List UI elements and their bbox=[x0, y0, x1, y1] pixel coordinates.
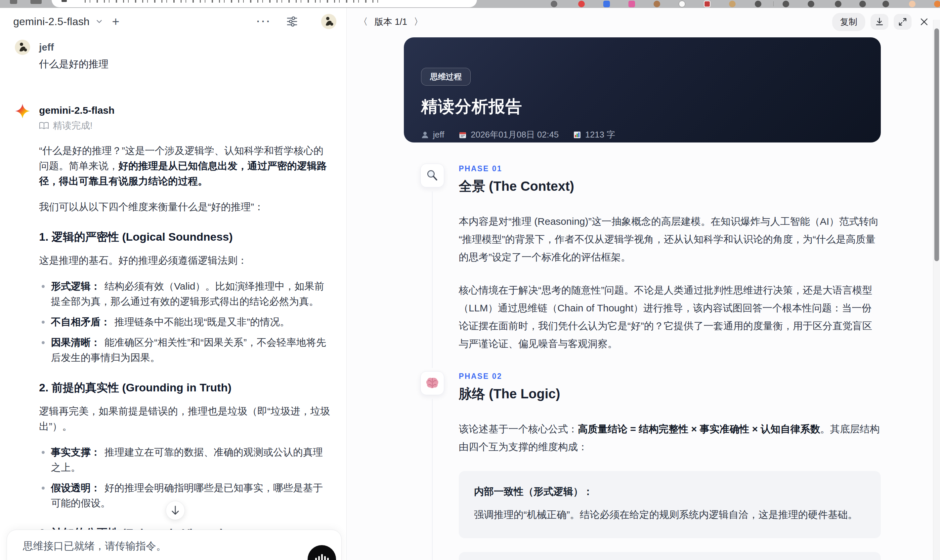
extension-icon[interactable] bbox=[551, 1, 557, 7]
settings-sliders-icon[interactable] bbox=[285, 15, 299, 28]
message-input[interactable]: 思维接口已就绪，请传输指令。 bbox=[23, 539, 327, 553]
magnifier-icon bbox=[421, 164, 444, 188]
url-text-fragment bbox=[85, 0, 382, 3]
text-run: 该论述基于一个核心公式： bbox=[459, 423, 578, 434]
bullet-term: 不自相矛盾： bbox=[51, 316, 111, 327]
list-item: 事实支撑：推理建立在可靠的数据、准确的观测或公认的真理之上。 bbox=[39, 445, 333, 475]
copy-button[interactable]: 复制 bbox=[832, 13, 865, 31]
model-selector[interactable]: gemini-2.5-flash bbox=[13, 15, 89, 28]
artifact-panel: 〈 版本 1/1 〉 复制 bbox=[347, 8, 940, 560]
waveform-icon bbox=[314, 553, 329, 560]
bullet-term: 事实支撑： bbox=[51, 447, 100, 457]
list-item: 不自相矛盾：推理链条中不能出现“既是又非”的情况。 bbox=[39, 314, 333, 329]
expand-icon bbox=[898, 17, 907, 26]
scroll-to-bottom-button[interactable] bbox=[166, 501, 185, 520]
toolbar-separator bbox=[773, 2, 774, 6]
phase-paragraphs: 本内容是对“推理 (Reasoning)”这一抽象概念的高层建模。在知识爆炸与人… bbox=[459, 212, 881, 353]
phase-section-1: PHASE 01 全景 (The Context) 本内容是对“推理 (Reas… bbox=[404, 164, 881, 368]
list-item: 因果清晰：能准确区分“相关性”和“因果关系”，不会轻率地将先后发生的事情归为因果… bbox=[39, 335, 333, 365]
download-icon bbox=[875, 17, 884, 26]
timeline-rail bbox=[421, 371, 444, 560]
artifact-toolbar: 〈 版本 1/1 〉 复制 bbox=[359, 12, 931, 31]
extension-icon[interactable] bbox=[603, 1, 610, 7]
bar-chart-icon bbox=[573, 131, 581, 139]
timeline-line bbox=[432, 191, 433, 368]
extension-icon[interactable] bbox=[729, 1, 736, 7]
puzzle-extensions-icon[interactable] bbox=[883, 1, 889, 7]
extension-icon[interactable] bbox=[679, 1, 685, 7]
scrollbar-track[interactable] bbox=[933, 20, 940, 560]
message-body: jeff 什么是好的推理 bbox=[39, 40, 333, 71]
browser-back-icon[interactable] bbox=[10, 0, 17, 4]
date-text: 2026年01月08日 02:45 bbox=[471, 129, 559, 140]
card-body: 强调推理的“机械正确”。结论必须在给定的规则系统内逻辑自洽，这是推理的硬件基础。 bbox=[474, 506, 866, 523]
profile-avatar-icon[interactable] bbox=[909, 1, 915, 7]
report-body[interactable]: PHASE 01 全景 (The Context) 本内容是对“推理 (Reas… bbox=[404, 164, 881, 560]
sender-name: gemini-2.5-flash bbox=[39, 103, 333, 116]
extension-icon[interactable] bbox=[629, 1, 635, 7]
url-bar[interactable] bbox=[52, 0, 477, 7]
version-navigation: 〈 版本 1/1 〉 bbox=[359, 15, 423, 28]
new-chat-button[interactable]: + bbox=[112, 15, 119, 28]
word-count-meta: 1213 字 bbox=[573, 129, 615, 140]
report-badge: 思维过程 bbox=[421, 68, 471, 86]
phase-title: 全景 (The Context) bbox=[459, 177, 881, 195]
extension-icon[interactable] bbox=[704, 1, 710, 7]
list-item: 形式逻辑：结构必须有效（Valid）。比如演绎推理中，如果前提全部为真，那么通过… bbox=[39, 278, 333, 309]
more-options-button[interactable]: ··· bbox=[257, 16, 271, 27]
phase-title: 脉络 (The Logic) bbox=[459, 385, 881, 403]
scrollbar-thumb[interactable] bbox=[934, 28, 939, 261]
message-text: 什么是好的推理 bbox=[39, 57, 333, 71]
assistant-message: gemini-2.5-flash 精读完成! “什么是好的推理？”这是一个涉及逻… bbox=[15, 103, 333, 560]
extension-icon[interactable] bbox=[808, 1, 814, 7]
timeline-rail bbox=[421, 164, 444, 368]
extension-icon[interactable] bbox=[578, 1, 585, 7]
open-book-icon bbox=[39, 122, 49, 130]
bullet-list: 形式逻辑：结构必须有效（Valid）。比如演绎推理中，如果前提全部为真，那么通过… bbox=[39, 278, 333, 365]
next-version-button[interactable]: 〉 bbox=[414, 15, 423, 28]
dimension-card-2: 外部真实性（前提基础）： 强调推理的“经验校准”。解决“GIGO（垃圾进，垃圾出… bbox=[459, 552, 881, 560]
sender-name: jeff bbox=[39, 40, 333, 53]
formula-bold: 高质量结论 = 结构完整性 × 事实准确性 × 认知自律系数 bbox=[578, 423, 820, 434]
timeline-line bbox=[432, 399, 433, 560]
expand-button[interactable] bbox=[894, 14, 912, 30]
person-icon bbox=[421, 131, 429, 139]
chat-message-list[interactable]: jeff 什么是好的推理 gemini-2.5-flash bbox=[0, 35, 346, 560]
browser-menu-icon[interactable] bbox=[934, 1, 940, 7]
status-text: 精读完成! bbox=[53, 119, 92, 132]
author-name: jeff bbox=[433, 129, 444, 140]
user-avatar bbox=[15, 40, 30, 55]
word-count-text: 1213 字 bbox=[585, 129, 615, 140]
extension-icon[interactable] bbox=[835, 1, 841, 7]
section-lead: 逻辑再完美，如果前提是错误的，推理也是垃圾（即“垃圾进，垃圾出”）。 bbox=[39, 404, 333, 434]
extension-icon[interactable] bbox=[783, 1, 789, 7]
browser-chrome bbox=[0, 0, 940, 8]
bullet-text: 推理链条中不能出现“既是又非”的情况。 bbox=[114, 316, 290, 327]
chevron-down-icon[interactable] bbox=[95, 17, 103, 26]
message-composer[interactable]: 思维接口已就绪，请传输指令。 + bbox=[7, 529, 342, 560]
list-item: 假设透明：好的推理会明确指明哪些是已知事实，哪些是基于可能的假设。 bbox=[39, 480, 333, 511]
chat-header: gemini-2.5-flash + ··· bbox=[0, 8, 346, 35]
previous-version-button[interactable]: 〈 bbox=[359, 15, 368, 28]
extension-icon[interactable] bbox=[653, 1, 660, 7]
gemini-logo-icon bbox=[15, 103, 30, 560]
download-button[interactable] bbox=[871, 14, 888, 30]
section-heading: 1. 逻辑的严密性 (Logical Soundness) bbox=[39, 229, 333, 244]
author-meta: jeff bbox=[421, 129, 444, 140]
paragraph: 我们可以从以下四个维度来衡量什么是“好的推理”： bbox=[39, 199, 333, 215]
paragraph: 本内容是对“推理 (Reasoning)”这一抽象概念的高层建模。在知识爆炸与人… bbox=[459, 212, 881, 266]
phase-label: PHASE 02 bbox=[459, 372, 881, 381]
bullet-list: 事实支撑：推理建立在可靠的数据、准确的观测或公认的真理之上。 假设透明：好的推理… bbox=[39, 445, 333, 511]
extension-icon[interactable] bbox=[755, 1, 761, 7]
version-label: 版本 1/1 bbox=[374, 16, 407, 28]
browser-tabs-icon[interactable] bbox=[31, 0, 42, 4]
extension-icon[interactable] bbox=[859, 1, 866, 7]
report-meta: jeff 2026年01月08日 02:45 1213 字 bbox=[421, 129, 862, 140]
calendar-icon bbox=[459, 131, 467, 139]
paragraph: 该论述基于一个核心公式：高质量结论 = 结构完整性 × 事实准确性 × 认知自律… bbox=[459, 420, 881, 456]
dimension-card-1: 内部一致性（形式逻辑）： 强调推理的“机械正确”。结论必须在给定的规则系统内逻辑… bbox=[459, 471, 881, 538]
report-title: 精读分析报告 bbox=[421, 95, 862, 118]
close-button[interactable] bbox=[917, 14, 931, 30]
section-heading: 2. 前提的真实性 (Grounding in Truth) bbox=[39, 380, 333, 395]
user-avatar[interactable] bbox=[321, 14, 336, 29]
